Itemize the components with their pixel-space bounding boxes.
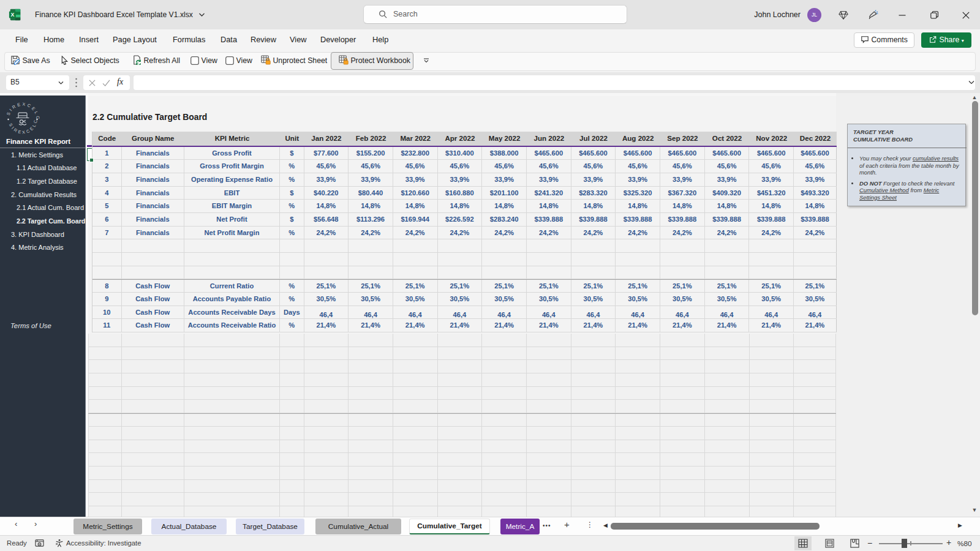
svg-text:X: X	[11, 12, 15, 18]
